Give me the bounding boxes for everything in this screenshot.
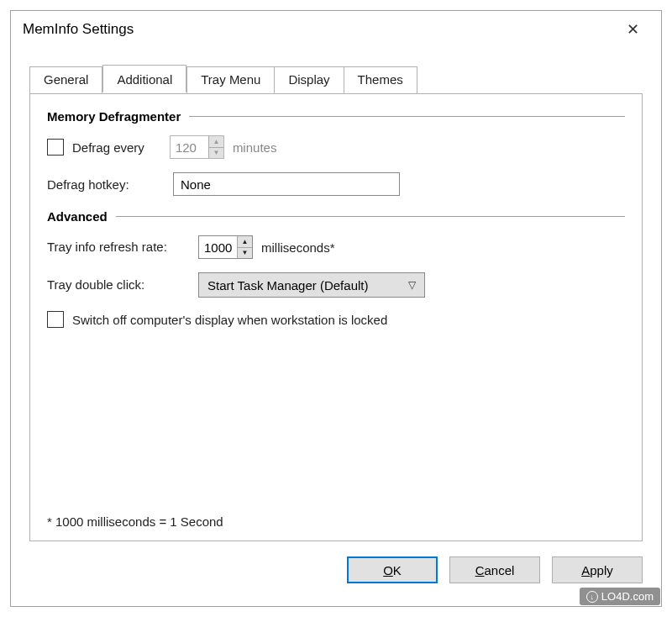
- switch-off-display-row: Switch off computer's display when works…: [47, 311, 625, 328]
- spinner-down-icon[interactable]: ▼: [238, 248, 252, 259]
- chevron-down-icon: ▽: [408, 279, 416, 291]
- section-memory-defragmenter: Memory Defragmenter: [47, 109, 625, 124]
- defrag-hotkey-row: Defrag hotkey: None: [47, 172, 625, 196]
- spinner-buttons: ▲ ▼: [208, 136, 223, 158]
- watermark-icon: ↓: [586, 591, 598, 603]
- tray-double-click-value: Start Task Manager (Default): [207, 278, 368, 293]
- titlebar: MemInfo Settings ✕: [11, 11, 661, 48]
- defrag-every-label: Defrag every: [72, 140, 144, 155]
- window-title: MemInfo Settings: [23, 21, 616, 38]
- footnote-text: * 1000 milliseconds = 1 Second: [47, 514, 223, 529]
- tray-double-click-select[interactable]: Start Task Manager (Default) ▽: [198, 272, 425, 298]
- defrag-every-checkbox[interactable]: [47, 139, 64, 156]
- section-title: Advanced: [47, 209, 108, 224]
- cancel-button[interactable]: Cancel: [449, 556, 540, 583]
- content-area: General Additional Tray Menu Display The…: [11, 48, 661, 541]
- settings-window: MemInfo Settings ✕ General Additional Tr…: [10, 10, 662, 607]
- section-title: Memory Defragmenter: [47, 109, 181, 124]
- tab-panel: Memory Defragmenter Defrag every 120 ▲ ▼…: [29, 94, 643, 541]
- defrag-hotkey-input[interactable]: None: [173, 172, 400, 196]
- tab-general[interactable]: General: [29, 66, 102, 94]
- switch-off-display-label: Switch off computer's display when works…: [72, 313, 387, 327]
- refresh-rate-row: Tray info refresh rate: 1000 ▲ ▼ millise…: [47, 235, 625, 259]
- section-advanced: Advanced: [47, 209, 625, 224]
- spinner-buttons: ▲ ▼: [237, 236, 252, 258]
- ok-button[interactable]: OK: [347, 556, 438, 583]
- refresh-rate-label: Tray info refresh rate:: [47, 239, 190, 256]
- defrag-hotkey-value: None: [181, 177, 211, 192]
- tab-bar: General Additional Tray Menu Display The…: [29, 66, 643, 94]
- close-icon[interactable]: ✕: [616, 20, 649, 39]
- tab-display[interactable]: Display: [275, 66, 344, 94]
- watermark-text: LO4D.com: [601, 590, 654, 603]
- refresh-rate-spinner[interactable]: 1000 ▲ ▼: [198, 235, 253, 259]
- tab-tray-menu[interactable]: Tray Menu: [186, 66, 275, 94]
- spinner-up-icon[interactable]: ▲: [209, 136, 223, 148]
- spinner-down-icon[interactable]: ▼: [209, 148, 223, 159]
- ok-button-label: OK: [383, 563, 402, 577]
- apply-button[interactable]: Apply: [552, 556, 643, 583]
- section-divider: [189, 116, 625, 117]
- tab-themes[interactable]: Themes: [344, 66, 417, 94]
- section-divider: [116, 216, 625, 217]
- refresh-rate-value[interactable]: 1000: [199, 236, 237, 258]
- defrag-hotkey-label: Defrag hotkey:: [47, 177, 165, 192]
- refresh-rate-unit: milliseconds*: [261, 240, 335, 255]
- dialog-actions: OK Cancel Apply: [11, 541, 661, 583]
- tray-double-click-row: Tray double click: Start Task Manager (D…: [47, 272, 625, 298]
- defrag-every-spinner[interactable]: 120 ▲ ▼: [170, 135, 224, 159]
- tray-double-click-label: Tray double click:: [47, 277, 190, 293]
- defrag-every-unit: minutes: [233, 140, 277, 155]
- tab-additional[interactable]: Additional: [102, 65, 186, 92]
- defrag-every-row: Defrag every 120 ▲ ▼ minutes: [47, 135, 625, 159]
- spinner-up-icon[interactable]: ▲: [238, 236, 252, 248]
- defrag-every-value[interactable]: 120: [171, 136, 208, 158]
- watermark: ↓ LO4D.com: [580, 588, 660, 605]
- cancel-button-label: Cancel: [475, 563, 515, 577]
- apply-button-label: Apply: [581, 563, 613, 577]
- switch-off-display-checkbox[interactable]: [47, 311, 64, 328]
